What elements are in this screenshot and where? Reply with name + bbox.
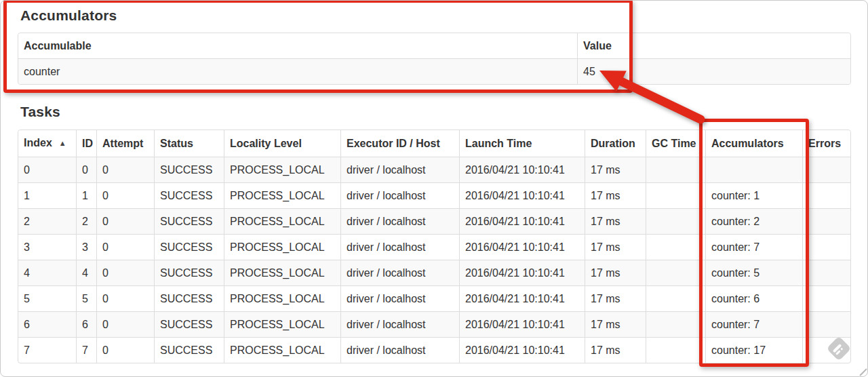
cell-executor-id-host: driver / localhost [340,182,459,208]
cell-status: SUCCESS [154,208,224,234]
column-header-status[interactable]: Status [154,130,224,157]
cell-attempt: 0 [96,337,154,363]
cell-errors [802,285,850,311]
cell-launch-time: 2016/04/21 10:10:41 [459,157,585,182]
cell-index: 7 [18,337,76,363]
cell-status: SUCCESS [154,157,224,182]
cell-errors [802,208,850,234]
cell-duration: 17 ms [585,234,646,260]
table-row: counter45 [18,58,850,84]
cell-locality-level: PROCESS_LOCAL [224,208,340,234]
cell-duration: 17 ms [585,208,646,234]
table-row: 770SUCCESSPROCESS_LOCALdriver / localhos… [18,337,850,363]
screenshot-tool-watermark-icon [827,336,851,361]
column-header-value[interactable]: Value [577,33,850,58]
watermark-stripe [835,350,841,355]
cell-accumulators: counter: 7 [705,311,802,337]
column-header-launch-time[interactable]: Launch Time [459,130,585,157]
cell-status: SUCCESS [154,182,224,208]
cell-locality-level: PROCESS_LOCAL [224,337,340,363]
column-header-gc-time[interactable]: GC Time [646,130,705,157]
cell-locality-level: PROCESS_LOCAL [224,182,340,208]
cell-gc-time [646,157,705,182]
cell-accumulators: counter: 17 [705,337,802,363]
cell-duration: 17 ms [585,337,646,363]
cell-id: 0 [76,157,96,182]
cell-executor-id-host: driver / localhost [340,285,459,311]
cell-errors [802,182,850,208]
cell-executor-id-host: driver / localhost [340,234,459,260]
column-header-id[interactable]: ID [76,130,96,157]
cell-executor-id-host: driver / localhost [340,157,459,182]
cell-attempt: 0 [96,208,154,234]
cell-id: 7 [76,337,96,363]
column-header-duration[interactable]: Duration [585,130,646,157]
cell-attempt: 0 [96,234,154,260]
cell-accumulators: counter: 6 [705,285,802,311]
cell-id: 3 [76,234,96,260]
cell-gc-time [646,337,705,363]
column-header-errors[interactable]: Errors [802,130,850,157]
cell-executor-id-host: driver / localhost [340,260,459,285]
table-row: 110SUCCESSPROCESS_LOCALdriver / localhos… [18,182,850,208]
cell-gc-time [646,260,705,285]
cell-duration: 17 ms [585,182,646,208]
cell-accumulators: counter: 5 [705,260,802,285]
cell-launch-time: 2016/04/21 10:10:41 [459,337,585,363]
cell-accumulators: counter: 2 [705,208,802,234]
tasks-section-title: Tasks [20,104,60,120]
cell-id: 1 [76,182,96,208]
cell-index: 0 [18,157,76,182]
cell-executor-id-host: driver / localhost [340,208,459,234]
cell-id: 5 [76,285,96,311]
cell-duration: 17 ms [585,285,646,311]
cell-gc-time [646,208,705,234]
cell-launch-time: 2016/04/21 10:10:41 [459,285,585,311]
column-header-attempt[interactable]: Attempt [96,130,154,157]
cell-attempt: 0 [96,285,154,311]
table-row: 220SUCCESSPROCESS_LOCALdriver / localhos… [18,208,850,234]
table-row: 660SUCCESSPROCESS_LOCALdriver / localhos… [18,311,850,337]
column-header-executor-id-host[interactable]: Executor ID / Host [340,130,459,157]
spark-stage-page: { "accumulators_section": { "title": "Ac… [0,0,868,377]
cell-launch-time: 2016/04/21 10:10:41 [459,208,585,234]
column-header-index-label: Index [24,137,52,148]
watermark-diamond [827,336,852,361]
cell-value: 45 [577,58,850,84]
cell-index: 3 [18,234,76,260]
cell-index: 6 [18,311,76,337]
cell-index: 2 [18,208,76,234]
table-row: 550SUCCESSPROCESS_LOCALdriver / localhos… [18,285,850,311]
watermark-dot [840,347,844,351]
column-header-accumulable[interactable]: Accumulable [18,33,577,58]
cell-status: SUCCESS [154,285,224,311]
sort-ascending-icon: ▲ [59,139,66,147]
accumulators-section-title: Accumulators [20,7,117,24]
cell-duration: 17 ms [585,157,646,182]
cell-accumulators: counter: 7 [705,234,802,260]
cell-id: 6 [76,311,96,337]
column-header-accumulators[interactable]: Accumulators [705,130,802,157]
cell-index: 1 [18,182,76,208]
cell-duration: 17 ms [585,260,646,285]
column-header-locality-level[interactable]: Locality Level [224,130,340,157]
cell-gc-time [646,234,705,260]
table-row: 000SUCCESSPROCESS_LOCALdriver / localhos… [18,157,850,182]
cell-status: SUCCESS [154,234,224,260]
cell-launch-time: 2016/04/21 10:10:41 [459,182,585,208]
cell-launch-time: 2016/04/21 10:10:41 [459,234,585,260]
cell-launch-time: 2016/04/21 10:10:41 [459,311,585,337]
tasks-header-row: Index▲ ID Attempt Status Locality Level … [18,130,850,157]
table-row: 330SUCCESSPROCESS_LOCALdriver / localhos… [18,234,850,260]
cell-executor-id-host: driver / localhost [340,337,459,363]
cell-attempt: 0 [96,311,154,337]
cell-status: SUCCESS [154,260,224,285]
cell-locality-level: PROCESS_LOCAL [224,260,340,285]
column-header-index[interactable]: Index▲ [18,130,76,157]
cell-locality-level: PROCESS_LOCAL [224,157,340,182]
cell-accumulators: counter: 1 [705,182,802,208]
cell-status: SUCCESS [154,311,224,337]
accumulators-header-row: Accumulable Value [18,33,850,58]
cell-locality-level: PROCESS_LOCAL [224,311,340,337]
cell-gc-time [646,311,705,337]
